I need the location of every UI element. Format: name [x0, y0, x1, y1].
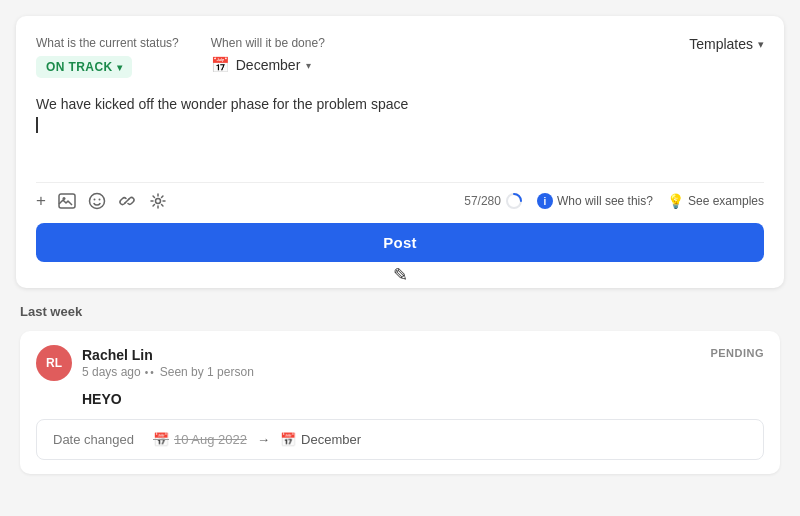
status-section: What is the current status? ON TRACK ▾ [36, 36, 179, 78]
who-sees-label: Who will see this? [557, 194, 653, 208]
author-details: Rachel Lin 5 days ago •• Seen by 1 perso… [82, 347, 254, 379]
char-count-text: 57/280 [464, 194, 501, 208]
toolbar-right: 57/280 i Who will see this? 💡 See exampl… [464, 192, 764, 210]
history-item-header: RL Rachel Lin 5 days ago •• Seen by 1 pe… [36, 345, 764, 381]
text-cursor [36, 117, 38, 133]
link-button[interactable] [118, 192, 136, 210]
date-from: 📅 10 Aug 2022 [153, 432, 247, 447]
image-button[interactable] [58, 192, 76, 210]
date-to: 📅 December [280, 432, 361, 447]
date-to-value: December [301, 432, 361, 447]
plus-icon: + [36, 191, 46, 211]
see-examples[interactable]: 💡 See examples [667, 193, 764, 209]
post-meta: 5 days ago •• Seen by 1 person [82, 365, 254, 379]
emoji-button[interactable] [88, 192, 106, 210]
date-label: When will it be done? [211, 36, 325, 50]
bulb-icon: 💡 [667, 193, 684, 209]
dots-icon: •• [145, 367, 156, 378]
calendar-to-icon: 📅 [280, 432, 296, 447]
svg-point-5 [155, 199, 160, 204]
post-button-label: Post [383, 234, 416, 251]
post-text-content: We have kicked off the wonder phase for … [36, 96, 408, 112]
post-header: What is the current status? ON TRACK ▾ W… [36, 36, 764, 78]
calendar-icon: 📅 [211, 56, 230, 74]
author-name: Rachel Lin [82, 347, 254, 363]
history-section: Last week RL Rachel Lin 5 days ago •• Se… [16, 304, 784, 474]
page-container: What is the current status? ON TRACK ▾ W… [0, 0, 800, 490]
post-text-area[interactable]: We have kicked off the wonder phase for … [36, 94, 764, 174]
char-count: 57/280 [464, 192, 523, 210]
link-icon [118, 192, 136, 210]
cursor-area: ✎ [36, 262, 764, 272]
post-card: What is the current status? ON TRACK ▾ W… [16, 16, 784, 288]
author-info: RL Rachel Lin 5 days ago •• Seen by 1 pe… [36, 345, 254, 381]
history-section-label: Last week [20, 304, 780, 319]
templates-button[interactable]: Templates ▾ [689, 36, 764, 52]
status-badge-button[interactable]: ON TRACK ▾ [36, 56, 132, 78]
templates-chevron-icon: ▾ [758, 38, 764, 51]
ai-button[interactable] [148, 191, 168, 211]
time-ago: 5 days ago [82, 365, 141, 379]
status-value: ON TRACK [46, 60, 113, 74]
arrow-right-icon: → [257, 432, 270, 447]
sparkle-icon [148, 191, 168, 211]
post-toolbar: + [36, 182, 764, 211]
date-changed-label: Date changed [53, 432, 143, 447]
date-value: December [236, 57, 301, 73]
date-section: When will it be done? 📅 December ▾ [211, 36, 325, 78]
history-item: RL Rachel Lin 5 days ago •• Seen by 1 pe… [20, 331, 780, 474]
calendar-from-icon: 📅 [153, 432, 169, 447]
info-icon: i [537, 193, 553, 209]
date-chevron-icon: ▾ [306, 60, 311, 71]
date-changed-card: Date changed 📅 10 Aug 2022 → 📅 December [36, 419, 764, 460]
who-sees-this[interactable]: i Who will see this? [537, 193, 653, 209]
toolbar-left: + [36, 191, 168, 211]
char-count-ring [505, 192, 523, 210]
svg-point-3 [93, 199, 95, 201]
svg-point-4 [98, 199, 100, 201]
date-picker[interactable]: 📅 December ▾ [211, 56, 312, 74]
see-examples-label: See examples [688, 194, 764, 208]
avatar-initials: RL [46, 356, 62, 370]
status-label: What is the current status? [36, 36, 179, 50]
pending-badge: PENDING [710, 345, 764, 361]
svg-point-2 [89, 194, 104, 209]
templates-label: Templates [689, 36, 753, 52]
mouse-cursor-icon: ✎ [393, 264, 408, 286]
seen-text: Seen by 1 person [160, 365, 254, 379]
add-button[interactable]: + [36, 191, 46, 211]
image-icon [58, 192, 76, 210]
post-header-left: What is the current status? ON TRACK ▾ W… [36, 36, 325, 78]
date-from-value: 10 Aug 2022 [174, 432, 247, 447]
avatar: RL [36, 345, 72, 381]
status-chevron-icon: ▾ [117, 62, 122, 73]
post-button[interactable]: Post [36, 223, 764, 262]
post-content: HEYO [82, 391, 764, 407]
emoji-icon [88, 192, 106, 210]
